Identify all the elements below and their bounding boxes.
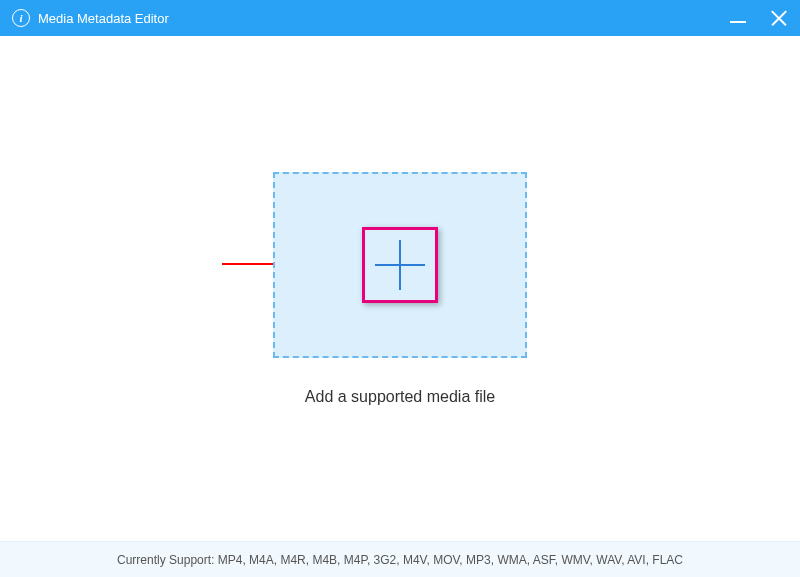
minimize-button[interactable] xyxy=(730,21,746,23)
titlebar-left: i Media Metadata Editor xyxy=(12,9,169,27)
info-icon: i xyxy=(12,9,30,27)
plus-highlight-box xyxy=(362,227,438,303)
close-button[interactable] xyxy=(770,9,788,27)
info-icon-label: i xyxy=(19,12,22,24)
plus-icon xyxy=(375,240,425,290)
titlebar: i Media Metadata Editor xyxy=(0,0,800,36)
footer: Currently Support: MP4, M4A, M4R, M4B, M… xyxy=(0,541,800,577)
dropzone[interactable] xyxy=(273,172,527,358)
instruction-text: Add a supported media file xyxy=(305,388,495,406)
support-formats-text: Currently Support: MP4, M4A, M4R, M4B, M… xyxy=(117,553,683,567)
main-content: Add a supported media file xyxy=(0,36,800,541)
titlebar-controls xyxy=(730,9,788,27)
window-title: Media Metadata Editor xyxy=(38,11,169,26)
